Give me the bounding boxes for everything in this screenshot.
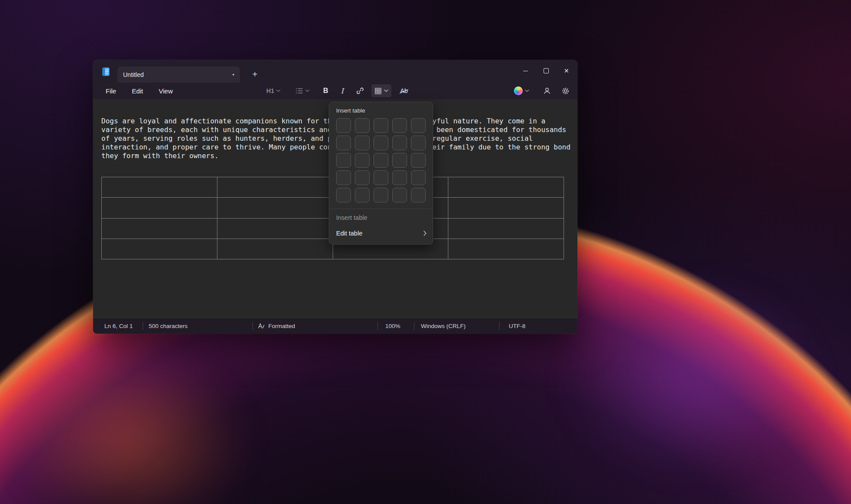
menu-file[interactable]: File bbox=[100, 85, 122, 97]
table-size-cell[interactable] bbox=[336, 188, 351, 202]
list-button[interactable] bbox=[291, 84, 314, 97]
table-size-cell[interactable] bbox=[355, 153, 370, 168]
account-icon bbox=[543, 86, 551, 95]
link-icon bbox=[356, 87, 364, 95]
close-icon: ✕ bbox=[564, 68, 569, 74]
table-cell[interactable] bbox=[102, 239, 217, 259]
statusbar-eol-section: Windows (CRLF) bbox=[414, 318, 499, 334]
table-size-cell[interactable] bbox=[336, 170, 351, 185]
table-size-cell[interactable] bbox=[374, 153, 388, 168]
chevron-down-icon bbox=[384, 90, 388, 92]
table-size-cell[interactable] bbox=[392, 188, 407, 202]
new-tab-button[interactable]: + bbox=[248, 68, 261, 81]
heading-style-button[interactable]: H1 bbox=[262, 84, 285, 97]
status-bar: Ln 6, Col 1 500 characters Formatted 100… bbox=[93, 318, 577, 334]
table-size-grid bbox=[336, 118, 426, 202]
insert-table-menu-item[interactable]: Insert table bbox=[329, 210, 433, 225]
settings-gear-icon bbox=[561, 87, 570, 95]
table-size-cell[interactable] bbox=[411, 136, 426, 150]
minimize-icon bbox=[523, 71, 528, 71]
table-size-cell[interactable] bbox=[392, 118, 407, 133]
copilot-button[interactable] bbox=[511, 84, 532, 97]
chevron-down-icon bbox=[305, 90, 310, 92]
table-cell[interactable] bbox=[102, 198, 217, 218]
statusbar-characters-section: 500 characters bbox=[143, 318, 252, 334]
chevron-right-icon bbox=[424, 231, 427, 236]
heading-label: H1 bbox=[267, 87, 274, 94]
italic-button[interactable]: I bbox=[335, 84, 350, 97]
table-cell[interactable] bbox=[217, 177, 333, 198]
link-button[interactable] bbox=[352, 84, 368, 97]
table-size-cell[interactable] bbox=[411, 153, 426, 168]
bold-label: B bbox=[323, 87, 328, 95]
notepad-app-icon bbox=[100, 66, 111, 77]
bold-button[interactable]: B bbox=[318, 84, 333, 97]
clear-formatting-button[interactable]: Ab bbox=[396, 84, 412, 97]
copilot-icon bbox=[514, 86, 523, 95]
encoding: UTF-8 bbox=[509, 323, 525, 329]
table-cell[interactable] bbox=[448, 177, 564, 198]
unsaved-indicator-dot: ● bbox=[232, 73, 234, 76]
toolbar: File Edit View H1 B I bbox=[93, 83, 577, 99]
edit-table-label: Edit table bbox=[336, 230, 362, 237]
tab-untitled[interactable]: Untitled ● bbox=[117, 66, 240, 83]
table-size-cell[interactable] bbox=[336, 153, 351, 168]
table-cell[interactable] bbox=[448, 198, 564, 218]
insert-table-button[interactable] bbox=[371, 84, 391, 97]
table-size-cell[interactable] bbox=[336, 118, 351, 133]
table-size-cell[interactable] bbox=[336, 136, 351, 150]
table-size-cell[interactable] bbox=[355, 136, 370, 150]
table-cell[interactable] bbox=[217, 219, 333, 239]
table-cell[interactable] bbox=[217, 239, 333, 259]
line-ending: Windows (CRLF) bbox=[421, 323, 466, 329]
edit-table-menu-item[interactable]: Edit table bbox=[329, 225, 433, 242]
tab-title: Untitled bbox=[123, 71, 144, 78]
table-cell[interactable] bbox=[102, 219, 217, 239]
table-size-cell[interactable] bbox=[355, 118, 370, 133]
table-size-cell[interactable] bbox=[374, 188, 388, 202]
menu-view[interactable]: View bbox=[153, 85, 178, 97]
clear-formatting-icon: Ab bbox=[400, 87, 408, 94]
table-icon bbox=[374, 87, 382, 95]
statusbar-zoom-section: 100% bbox=[377, 318, 414, 334]
character-count: 500 characters bbox=[149, 323, 187, 329]
maximize-icon bbox=[544, 68, 549, 73]
notepad-window: Untitled ● + ✕ File Edit View H1 bbox=[93, 60, 577, 334]
table-size-cell[interactable] bbox=[411, 188, 426, 202]
titlebar: Untitled ● + ✕ bbox=[93, 60, 577, 83]
table-size-cell[interactable] bbox=[411, 118, 426, 133]
table-size-cell[interactable] bbox=[355, 188, 370, 202]
table-size-cell[interactable] bbox=[392, 136, 407, 150]
bulleted-list-icon bbox=[296, 88, 303, 94]
statusbar-formatted-section: Formatted bbox=[252, 318, 377, 334]
italic-label: I bbox=[341, 87, 344, 95]
minimize-button[interactable] bbox=[515, 60, 536, 82]
table-cell[interactable] bbox=[102, 177, 217, 198]
table-cell[interactable] bbox=[217, 198, 333, 218]
formatted-icon bbox=[257, 322, 265, 329]
insert-table-menu: Insert table Insert table Edit table bbox=[329, 102, 433, 245]
formatted-label: Formatted bbox=[268, 323, 295, 329]
statusbar-cursor-section: Ln 6, Col 1 bbox=[93, 318, 143, 334]
maximize-button[interactable] bbox=[536, 60, 556, 82]
statusbar-encoding-section: UTF-8 bbox=[499, 318, 577, 334]
settings-button[interactable] bbox=[557, 84, 574, 97]
table-size-cell[interactable] bbox=[392, 153, 407, 168]
table-size-cell[interactable] bbox=[374, 136, 388, 150]
zoom-level: 100% bbox=[385, 323, 400, 329]
close-button[interactable]: ✕ bbox=[556, 60, 577, 82]
table-size-cell[interactable] bbox=[392, 170, 407, 185]
chevron-down-icon bbox=[276, 90, 280, 92]
account-button[interactable] bbox=[538, 84, 556, 97]
editor-area[interactable]: Dogs are loyal and affectionate companio… bbox=[93, 99, 577, 318]
insert-table-menu-title: Insert table bbox=[329, 102, 433, 118]
table-size-cell[interactable] bbox=[374, 118, 388, 133]
table-cell[interactable] bbox=[448, 219, 564, 239]
window-controls: ✕ bbox=[515, 60, 577, 82]
table-size-cell[interactable] bbox=[411, 170, 426, 185]
menu-divider bbox=[329, 209, 433, 209]
table-cell[interactable] bbox=[448, 239, 564, 259]
menu-edit[interactable]: Edit bbox=[126, 85, 149, 97]
table-size-cell[interactable] bbox=[355, 170, 370, 185]
table-size-cell[interactable] bbox=[374, 170, 388, 185]
